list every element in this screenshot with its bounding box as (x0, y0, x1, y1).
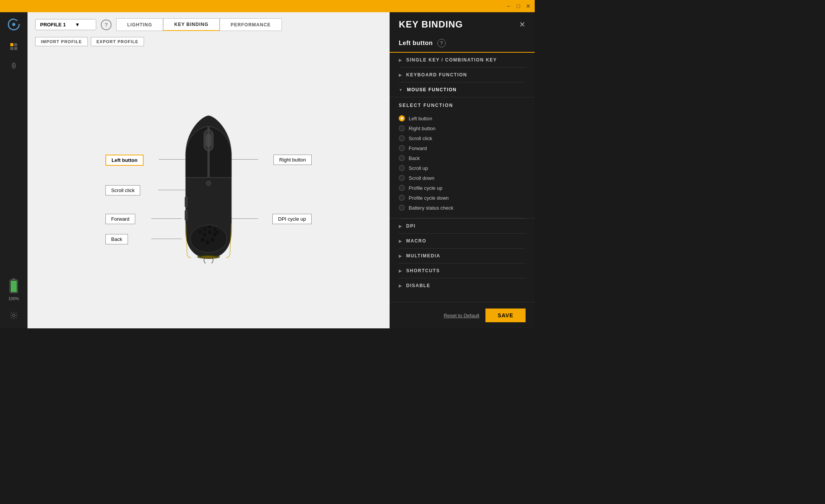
diagram-container: Left button Right button Scroll click (75, 94, 342, 284)
binding-target-label: Left button (399, 40, 433, 47)
button-label-left[interactable]: Left button (105, 155, 144, 166)
sidebar-item-mouse[interactable] (5, 58, 22, 75)
function-label-4: Back (409, 155, 420, 161)
svg-rect-1 (10, 43, 13, 46)
function-label-5: Scroll up (409, 165, 428, 171)
function-option-0[interactable]: Left button (399, 113, 526, 123)
svg-rect-9 (12, 278, 15, 279)
radio-battery-status (399, 205, 405, 211)
category-label-disable: DISABLE (406, 283, 430, 288)
function-option-8[interactable]: Profile cycle down (399, 193, 526, 203)
category-label-keyboard: KEYBOARD FUNCTION (406, 72, 467, 78)
right-panel-title: KEY BINDING (399, 19, 463, 30)
svg-point-19 (190, 225, 227, 252)
svg-point-22 (213, 233, 217, 237)
tab-key-binding[interactable]: KEY BINDING (163, 18, 219, 31)
radio-profile-cycle-down (399, 195, 405, 201)
category-macro[interactable]: ▶ MACRO (390, 234, 535, 248)
function-option-9[interactable]: Battery status check (399, 203, 526, 213)
sidebar-logo (6, 17, 21, 32)
category-label-shortcuts: SHORTCUTS (406, 268, 440, 273)
function-option-3[interactable]: Forward (399, 143, 526, 153)
function-label-9: Battery status check (409, 205, 453, 211)
top-bar: PROFILE 1 ▼ ? LIGHTING KEY BINDING PERFO… (28, 12, 390, 34)
svg-point-27 (208, 225, 211, 228)
tab-lighting[interactable]: LIGHTING (116, 18, 163, 31)
export-profile-button[interactable]: EXPORT PROFILE (91, 37, 144, 46)
category-label-macro: MACRO (406, 238, 427, 244)
category-mouse[interactable]: ▼ MOUSE FUNCTION (390, 82, 535, 97)
right-panel-close-button[interactable]: ✕ (519, 20, 526, 29)
sidebar-item-grid[interactable] (5, 38, 22, 55)
category-label-mouse: MOUSE FUNCTION (407, 87, 456, 92)
button-label-forward[interactable]: Forward (105, 214, 135, 224)
svg-point-25 (201, 238, 204, 242)
function-label-8: Profile cycle down (409, 195, 449, 201)
category-disable[interactable]: ▶ DISABLE (390, 278, 535, 293)
category-arrow-single: ▶ (399, 58, 403, 62)
svg-rect-17 (185, 197, 187, 207)
tab-performance[interactable]: PERFORMANCE (220, 18, 282, 31)
profile-dropdown[interactable]: PROFILE 1 ▼ (35, 19, 96, 30)
category-dpi[interactable]: ▶ DPI (390, 219, 535, 233)
function-option-5[interactable]: Scroll up (399, 163, 526, 173)
category-arrow-macro: ▶ (399, 239, 403, 243)
function-option-4[interactable]: Back (399, 153, 526, 163)
function-option-2[interactable]: Scroll click (399, 133, 526, 143)
button-label-right[interactable]: Right button (273, 155, 312, 165)
battery-section: 100% (8, 278, 19, 301)
category-arrow-shortcuts: ▶ (399, 269, 403, 273)
save-button[interactable]: SAVE (485, 309, 526, 322)
mouse-image (170, 109, 247, 271)
category-keyboard[interactable]: ▶ KEYBOARD FUNCTION (390, 68, 535, 82)
right-panel: KEY BINDING ✕ Left button ? ▶ SINGLE KEY… (390, 12, 535, 328)
svg-point-12 (13, 314, 15, 317)
category-shortcuts[interactable]: ▶ SHORTCUTS (390, 263, 535, 278)
category-label-single: SINGLE KEY / COMBINATION KEY (406, 57, 497, 63)
sidebar-item-settings[interactable] (5, 307, 22, 324)
category-arrow-disable: ▶ (399, 284, 403, 288)
button-label-back[interactable]: Back (105, 234, 128, 244)
category-arrow-multimedia: ▶ (399, 254, 403, 258)
maximize-button[interactable]: □ (515, 3, 522, 10)
function-option-6[interactable]: Scroll down (399, 173, 526, 183)
binding-target: Left button ? (390, 34, 535, 53)
button-label-scroll[interactable]: Scroll click (105, 185, 140, 195)
category-arrow-dpi: ▶ (399, 224, 403, 228)
category-arrow-mouse: ▼ (399, 88, 403, 92)
radio-forward (399, 145, 405, 151)
category-label-multimedia: MULTIMEDIA (406, 253, 440, 258)
reset-button[interactable]: Reset to Default (444, 313, 479, 318)
radio-left-button (399, 115, 405, 121)
help-button[interactable]: ? (101, 19, 112, 30)
binding-help-button[interactable]: ? (437, 39, 446, 47)
minimize-button[interactable]: − (505, 3, 512, 10)
radio-scroll-up (399, 165, 405, 171)
app-body: 100% PROFILE 1 ▼ ? LIGHTING KEY BINDING … (0, 12, 535, 328)
mouse-diagram: Left button Right button Scroll click (28, 49, 390, 328)
right-panel-header: KEY BINDING ✕ (390, 12, 535, 34)
main-content: PROFILE 1 ▼ ? LIGHTING KEY BINDING PERFO… (28, 12, 390, 328)
function-option-7[interactable]: Profile cycle up (399, 183, 526, 193)
category-single-key[interactable]: ▶ SINGLE KEY / COMBINATION KEY (390, 53, 535, 67)
function-label-0: Left button (409, 116, 432, 121)
svg-point-24 (205, 241, 209, 244)
function-label-2: Scroll click (409, 136, 432, 141)
import-profile-button[interactable]: IMPORT PROFILE (35, 37, 88, 46)
radio-back (399, 155, 405, 161)
close-button[interactable]: ✕ (525, 3, 532, 10)
svg-point-26 (203, 228, 206, 231)
svg-point-32 (201, 256, 216, 258)
svg-point-30 (215, 231, 218, 234)
svg-point-8 (13, 66, 15, 68)
tab-bar: LIGHTING KEY BINDING PERFORMANCE (116, 18, 282, 31)
function-option-1[interactable]: Right button (399, 123, 526, 133)
svg-point-20 (203, 233, 207, 237)
category-arrow-keyboard: ▶ (399, 73, 403, 77)
bottom-actions: Reset to Default SAVE (390, 302, 535, 328)
profile-label: PROFILE 1 (40, 22, 66, 27)
button-label-dpi[interactable]: DPI cycle up (272, 214, 312, 224)
category-multimedia[interactable]: ▶ MULTIMEDIA (390, 249, 535, 263)
function-label-1: Right button (409, 126, 435, 131)
battery-percent: 100% (8, 296, 19, 301)
